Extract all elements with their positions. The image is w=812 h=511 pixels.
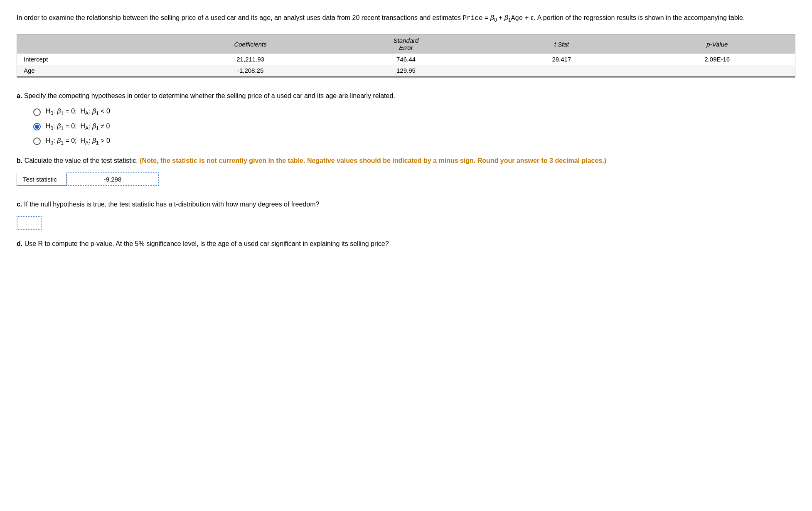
test-statistic-input[interactable] — [66, 172, 159, 186]
table-row: Age -1,208.25 129.95 — [17, 65, 795, 76]
test-statistic-label: Test statistic — [17, 173, 66, 186]
table-row: Intercept 21,211.93 746.44 28.417 2.09E-… — [17, 54, 795, 65]
col-t-stat: t Stat — [484, 34, 639, 54]
part-c-label: c. If the null hypothesis is true, the t… — [17, 199, 795, 209]
intercept-tstat: 28.417 — [484, 54, 639, 65]
age-coeff: -1,208.25 — [172, 65, 328, 76]
age-pvalue — [640, 65, 795, 76]
radio-label-2: H0: β1 = 0; HA: β1 ≠ 0 — [46, 123, 110, 131]
part-a-label: a. Specify the competing hypotheses in o… — [17, 91, 795, 101]
radio-circle-3[interactable] — [33, 138, 41, 145]
test-statistic-row: Test statistic — [17, 172, 795, 186]
col-standard-error: Standard Error — [328, 34, 484, 54]
degrees-of-freedom-input-box[interactable] — [17, 216, 42, 230]
intro-paragraph: In order to examine the relationship bet… — [17, 12, 795, 24]
radio-circle-2[interactable] — [33, 123, 41, 130]
part-b-label: b. Calculate the value of the test stati… — [17, 156, 795, 166]
radio-circle-1[interactable] — [33, 108, 41, 116]
col-coefficients: Coefficients — [172, 34, 328, 54]
intercept-coeff: 21,211.93 — [172, 54, 328, 65]
radio-option-2[interactable]: H0: β1 = 0; HA: β1 ≠ 0 — [33, 123, 795, 131]
radio-option-3[interactable]: H0: β1 = 0; HA: β1 > 0 — [33, 137, 795, 146]
regression-table: Coefficients Standard Error t Stat p-Val… — [17, 34, 795, 78]
radio-group-hypotheses: H0: β1 = 0; HA: β1 < 0 H0: β1 = 0; HA: β… — [33, 108, 795, 146]
radio-label-1: H0: β1 = 0; HA: β1 < 0 — [46, 108, 110, 116]
standard-label: Standard — [333, 37, 479, 44]
part-b-note: (Note, the statistic is not currently gi… — [140, 157, 606, 164]
row-label-intercept: Intercept — [17, 54, 172, 65]
radio-label-3: H0: β1 = 0; HA: β1 > 0 — [46, 137, 110, 146]
radio-option-1[interactable]: H0: β1 = 0; HA: β1 < 0 — [33, 108, 795, 116]
error-label: Error — [333, 44, 479, 51]
part-d-label: d. Use R to compute the p-value. At the … — [17, 238, 795, 249]
age-stderr: 129.95 — [328, 65, 484, 76]
intercept-stderr: 746.44 — [328, 54, 484, 65]
row-label-age: Age — [17, 65, 172, 76]
age-tstat — [484, 65, 639, 76]
intercept-pvalue: 2.09E-16 — [640, 54, 795, 65]
col-p-value: p-Value — [640, 34, 795, 54]
degrees-of-freedom-input[interactable] — [17, 217, 41, 229]
